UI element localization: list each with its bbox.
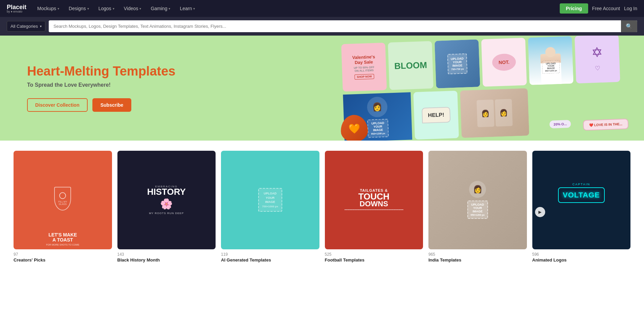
nav-videos[interactable]: Videos ▾ [120,4,146,13]
cupid-card: ✡♡ [575,36,620,83]
log-in-link[interactable]: Log In [624,6,637,11]
india-thumb: 👩 UPLOADYOURIMAGE950×1200 px [428,151,527,249]
bloom-card: BLOOM [388,41,434,90]
football-thumb: TAILGATES & TOUCH DOWNS [325,151,423,249]
chevron-down-icon: ▾ [139,7,141,11]
india-count: 965 [428,252,527,257]
pricing-button[interactable]: Pricing [560,3,588,14]
creators-picks-count: 97 [14,252,112,257]
photo-card-woman: UPLOADYOURIMAGE950×1200 px [528,36,574,85]
love-banner: ❤️ LOVE IS IN THE... [583,119,628,131]
search-input[interactable] [49,21,621,32]
collection-creators-picks[interactable]: FILL MYGLASS LET'S MAKEA TOAST FOR MORE … [14,151,112,263]
collection-india[interactable]: 👩 UPLOADYOURIMAGE950×1200 px 965 India T… [428,151,527,263]
animated-logos-thumb: CAPTAIN VOLTAGE ▶ [532,151,631,249]
search-icon: 🔍 [626,23,632,29]
collection-animated-logos[interactable]: CAPTAIN VOLTAGE ▶ 596 Animated Logos [532,151,631,263]
nav-mockups[interactable]: Mockups ▾ [33,4,63,13]
creators-picks-name: Creators' Picks [14,257,112,263]
football-count: 525 [325,252,423,257]
ai-generated-count: 119 [221,252,319,257]
hero-title: Heart-Melting Templates [27,64,175,79]
nav-gaming[interactable]: Gaming ▾ [147,4,174,13]
nav-items: Mockups ▾ Designs ▾ Logos ▾ Videos ▾ Gam… [33,4,560,13]
hero-content: Heart-Melting Templates To Spread the Lo… [0,64,202,112]
ai-generated-name: AI Generated Templates [221,257,319,263]
subscribe-button[interactable]: Subscribe [92,98,132,112]
nav-learn[interactable]: Learn ▾ [176,4,199,13]
black-history-count: 143 [117,252,216,257]
collection-football[interactable]: TAILGATES & TOUCH DOWNS 525 Football Tem… [325,151,423,263]
football-name: Football Templates [325,257,423,263]
chevron-down-icon: ▾ [87,7,89,11]
help-card: HELP! [413,91,459,140]
nav-logos[interactable]: Logos ▾ [94,4,118,13]
animated-logos-name: Animated Logos [532,257,631,263]
hero-collage: Valentine'sDay Sale UP TO 50% OFFON ALL … [193,36,644,141]
nav-right: Pricing Free Account Log In [560,3,637,14]
category-dropdown[interactable]: All Categories ▾ [7,21,45,32]
nav-designs[interactable]: Designs ▾ [65,4,93,13]
logo-sub: by ♦ envato [7,10,26,13]
collections-grid: FILL MYGLASS LET'S MAKEA TOAST FOR MORE … [14,151,630,263]
chevron-down-icon: ▾ [58,7,59,11]
creators-picks-thumb: FILL MYGLASS LET'S MAKEA TOAST FOR MORE … [14,151,112,249]
upload-placeholder: UPLOADYOURIMAGE700×1000 px [258,188,282,212]
ai-generated-thumb: UPLOADYOURIMAGE700×1000 px [221,151,319,249]
chevron-down-icon: ▾ [40,24,42,28]
hero-subtitle: To Spread the Love Everywhere! [27,82,175,88]
chevron-down-icon: ▾ [113,7,114,11]
couple-photo-card: 👩 👩 [460,88,529,138]
collections-section: FILL MYGLASS LET'S MAKEA TOAST FOR MORE … [0,141,644,273]
search-input-wrap: 🔍 [49,20,637,32]
play-icon: ▶ [535,207,545,217]
photo-card-1: UPLOADYOURIMAGE750×750 px [435,39,480,88]
collection-ai-generated[interactable]: UPLOADYOURIMAGE700×1000 px 119 AI Genera… [221,151,319,263]
search-button[interactable]: 🔍 [621,20,637,32]
collection-black-history[interactable]: EMBRACING HISTORY 🌸 MY ROOTS RUN DEEP 14… [117,151,216,263]
logo[interactable]: Placeit by ♦ envato [7,4,26,13]
free-account-link[interactable]: Free Account [592,6,620,11]
hero-buttons: Discover Collection Subscribe [27,98,175,112]
valentines-card: Valentine'sDay Sale UP TO 50% OFFON ALL … [341,43,387,91]
hero-banner: Heart-Melting Templates To Spread the Lo… [0,36,644,141]
percent-badge: 20% O... [550,120,571,128]
chevron-down-icon: ▾ [193,7,195,11]
main-nav: Placeit by ♦ envato Mockups ▾ Designs ▾ … [0,0,644,17]
search-bar: All Categories ▾ 🔍 [0,17,644,36]
chevron-down-icon: ▾ [169,7,170,11]
india-name: India Templates [428,257,527,263]
animated-logos-count: 596 [532,252,631,257]
logo-name: Placeit [7,4,26,10]
discover-collection-button[interactable]: Discover Collection [27,98,88,112]
category-label: All Categories [10,24,38,29]
black-history-thumb: EMBRACING HISTORY 🌸 MY ROOTS RUN DEEP [117,151,216,249]
black-history-name: Black History Month [117,257,216,263]
not-card: NOT. [481,38,527,86]
